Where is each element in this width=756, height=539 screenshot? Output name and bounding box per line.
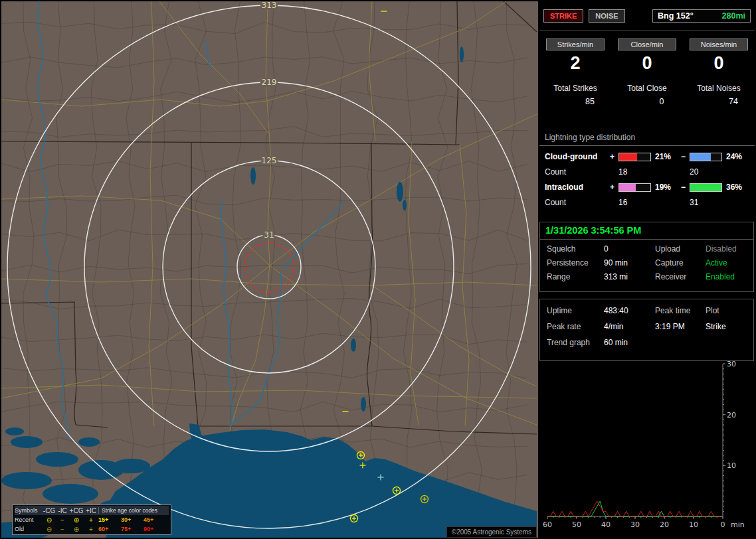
count-label: Count [545, 198, 610, 207]
intracloud-row: Intracloud + 19% − 36% [539, 183, 755, 192]
neg-cg-recent-icon: ⊖ [43, 516, 56, 524]
strikes-per-min-button[interactable]: Strikes/min [546, 38, 605, 50]
trend-graph-value: 60 min [604, 338, 655, 347]
pos-ic-recent-icon: + [84, 516, 98, 524]
age-90: 90+ [143, 526, 166, 532]
trend-setting-row: Trend graph 60 min [540, 338, 753, 347]
capture-label: Capture [655, 258, 706, 268]
svg-text:0: 0 [721, 520, 725, 529]
range-value: 313 mi [604, 272, 655, 281]
noises-per-min-value: 0 [683, 53, 755, 80]
svg-text:60: 60 [543, 520, 552, 529]
status-row: Squelch 0 Upload Disabled [540, 244, 753, 254]
legend-recent-label: Recent [15, 516, 43, 523]
svg-text:20: 20 [660, 520, 669, 529]
bar-fill [619, 184, 636, 191]
ring-distance-label: 313 [262, 1, 277, 10]
lightning-type-distribution: Lightning type distribution Cloud-ground… [539, 131, 755, 207]
uptime-label: Uptime [547, 306, 604, 315]
noise-mode-button[interactable]: NOISE [589, 9, 624, 23]
pos-cg-old-icon: ⊕ [69, 526, 84, 533]
distribution-title: Lightning type distribution [539, 131, 755, 146]
cloud-ground-plus-bar [618, 153, 651, 161]
minus-sign: − [681, 152, 690, 161]
svg-text:30: 30 [727, 360, 736, 368]
status-row: Range 313 mi Receiver Enabled [540, 272, 753, 281]
total-close-value: 0 [626, 97, 698, 106]
receiver-label: Receiver [655, 272, 706, 281]
plus-sign: + [610, 183, 618, 192]
trend-graph-area: 3020106050403020100min [539, 360, 755, 538]
neg-ic-old-icon: − [56, 526, 69, 533]
svg-text:10: 10 [689, 520, 698, 529]
intracloud-plus-count: 16 [618, 198, 655, 207]
age-15: 15+ [98, 516, 121, 523]
cloud-ground-row: Cloud-ground + 21% − 24% [539, 152, 755, 161]
close-per-min-value: 0 [611, 53, 683, 80]
legend-col-neg-cg: -CG [43, 507, 56, 514]
bearing-readout: Bng 152° 280mi [652, 9, 751, 23]
intracloud-count-row: Count 16 31 [539, 198, 755, 207]
plot-label: Plot [706, 306, 747, 315]
legend-col-neg-ic: -IC [56, 507, 69, 514]
pos-cg-recent-icon: ⊕ [69, 516, 84, 524]
intracloud-minus-count: 31 [690, 198, 726, 207]
noises-column: Noises/min 0 Total Noises 74 [683, 35, 755, 106]
total-strikes-label: Total Strikes [539, 84, 611, 93]
map-legend: Symbols -CG -IC +CG +IC Strike age color… [12, 504, 171, 535]
total-noises-label: Total Noises [683, 84, 755, 93]
legend-symbols-header: Symbols [15, 507, 43, 514]
plot-value: Strike [706, 322, 747, 331]
noises-per-min-button[interactable]: Noises/min [690, 38, 748, 50]
minus-sign: − [681, 183, 690, 192]
total-noises-value: 74 [698, 97, 756, 106]
legend-old-row: Old ⊖ − ⊕ + 60+ 75+ 90+ [15, 524, 169, 534]
plus-sign: + [610, 152, 618, 161]
strike-mode-button[interactable]: STRIKE [543, 9, 583, 23]
session-row: Uptime 483:40 Peak time Plot [540, 306, 753, 315]
intracloud-minus-bar [690, 183, 722, 192]
cloud-ground-count-row: Count 18 20 [539, 167, 755, 177]
cloud-ground-minus-count: 20 [690, 167, 726, 177]
legend-age-header: Strike age color codes [98, 507, 166, 514]
map-panel: 31321912531 Symbols -CG -IC +CG +IC Stri… [1, 1, 538, 538]
trend-graph-label: Trend graph [547, 338, 604, 347]
lightning-detector-window: 31321912531 Symbols -CG -IC +CG +IC Stri… [0, 0, 756, 539]
neg-cg-old-icon: ⊖ [43, 526, 56, 533]
strikes-per-min-value: 2 [539, 53, 611, 80]
svg-text:30: 30 [630, 520, 640, 529]
bar-fill [690, 184, 721, 191]
legend-col-pos-cg: +CG [69, 507, 84, 514]
datetime-display: 1/31/2026 3:54:56 PM [540, 222, 753, 240]
intracloud-label: Intracloud [545, 183, 610, 192]
trend-series-close [547, 501, 723, 516]
close-per-min-button[interactable]: Close/min [618, 38, 676, 50]
total-close-label: Total Close [611, 84, 683, 93]
uptime-value: 483:40 [604, 306, 655, 315]
persistence-value: 90 min [604, 258, 655, 268]
squelch-label: Squelch [547, 244, 604, 254]
intracloud-plus-bar [618, 183, 651, 192]
receiver-status: Enabled [706, 272, 747, 281]
count-label: Count [545, 167, 610, 177]
legend-header-row: Symbols -CG -IC +CG +IC Strike age color… [15, 506, 169, 515]
copyright-notice: ©2005 Astrogenic Systems [446, 526, 537, 538]
cloud-ground-plus-pct: 21% [655, 152, 681, 161]
peak-time-label: Peak time [655, 306, 706, 315]
bar-fill [619, 153, 637, 161]
age-75: 75+ [121, 526, 143, 532]
session-stats-box: Uptime 483:40 Peak time Plot Peak rate 4… [539, 299, 754, 361]
trend-series-strikes [547, 501, 723, 516]
svg-text:min: min [731, 520, 745, 529]
strikes-column: Strikes/min 2 Total Strikes 85 [539, 35, 611, 106]
legend-col-pos-ic: +IC [84, 507, 98, 514]
system-status-box: 1/31/2026 3:54:56 PM Squelch 0 Upload Di… [539, 222, 754, 292]
squelch-value: 0 [604, 244, 655, 254]
ring-distance-label: 125 [262, 156, 277, 165]
upload-status: Disabled [706, 244, 747, 254]
cloud-ground-plus-count: 18 [618, 167, 655, 177]
session-row: Peak rate 4/min 3:19 PM Strike [540, 322, 753, 331]
intracloud-plus-pct: 19% [655, 183, 681, 192]
cloud-ground-minus-pct: 24% [726, 152, 752, 161]
lightning-map[interactable]: 31321912531 [1, 1, 538, 538]
